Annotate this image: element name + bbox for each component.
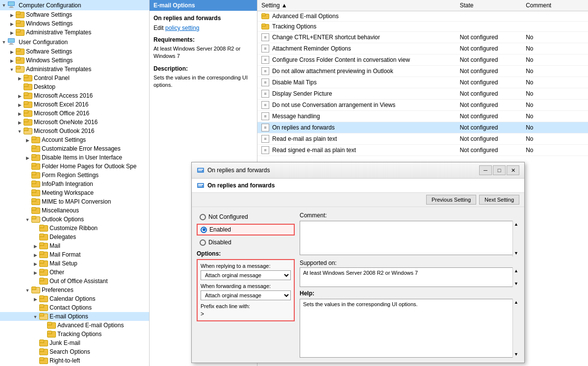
tree-arrow-user-config[interactable] (0, 39, 8, 45)
table-row[interactable]: ≡ Do not allow attachment previewing in … (257, 66, 588, 77)
dialog-close-button[interactable]: ✕ (507, 165, 519, 175)
tree-item-user-config[interactable]: User Configuration (0, 37, 149, 47)
tree-arrow-mail[interactable] (31, 243, 39, 249)
tree-item-meeting-workspace[interactable]: Meeting Workspace (0, 188, 149, 197)
table-row[interactable]: ≡ On replies and forwards Not configured… (257, 122, 588, 133)
tree-item-comp-software[interactable]: Software Settings (0, 10, 149, 19)
tree-item-account-settings[interactable]: Account Settings (0, 135, 149, 144)
tree-item-email-options[interactable]: E-mail Options (0, 312, 149, 321)
policy-link[interactable]: policy setting (165, 25, 199, 31)
table-row[interactable]: ≡ Read signed e-mail as plain text Not c… (257, 145, 588, 156)
tree-item-junk-email[interactable]: Junk E-mail (0, 339, 149, 347)
tree-item-customizable-errors[interactable]: Customizable Error Messages (0, 144, 149, 153)
tree-item-miscellaneous[interactable]: Miscellaneous (0, 206, 149, 215)
tree-arrow-control-panel[interactable] (16, 76, 24, 81)
tree-item-ms-office[interactable]: Microsoft Office 2016 (0, 109, 149, 118)
tree-item-form-region[interactable]: Form Region Settings (0, 171, 149, 180)
table-row[interactable]: Advanced E-mail Options (257, 11, 588, 22)
tree-item-ms-onenote[interactable]: Microsoft OneNote 2016 (0, 118, 149, 127)
dialog-restore-button[interactable]: □ (493, 165, 506, 175)
table-row[interactable]: ≡ Display Sender Picture Not configured … (257, 88, 588, 100)
table-row[interactable]: ≡ Change CTRL+ENTER shortcut behavior No… (257, 32, 588, 43)
tree-item-infopath[interactable]: InfoPath Integration (0, 180, 149, 188)
tree-item-disable-items[interactable]: Disable Items in User Interface (0, 153, 149, 162)
comment-scroll-down[interactable]: ▼ (513, 251, 519, 257)
prev-setting-button[interactable]: Previous Setting (426, 195, 476, 205)
tree-item-right-to-left[interactable]: Right-to-left (0, 356, 149, 365)
radio-disabled[interactable]: Disabled (197, 237, 295, 247)
tree-item-user-admin[interactable]: Administrative Templates (0, 65, 149, 74)
tree-item-preferences[interactable]: Preferences (0, 286, 149, 294)
tree-item-computer-config[interactable]: Computer Configuration (0, 0, 149, 10)
tree-item-mail-format[interactable]: Mail Format (0, 250, 149, 259)
tree-item-advanced-email[interactable]: Advanced E-mail Options (0, 321, 149, 330)
tree-arrow-ms-outlook[interactable] (16, 129, 24, 134)
tree-arrow-ms-access[interactable] (16, 93, 24, 99)
radio-not-configured[interactable]: Not Configured (197, 212, 295, 222)
help-scroll-down[interactable]: ▼ (513, 352, 519, 358)
col-header-state[interactable]: State (456, 0, 522, 11)
tree-item-ms-access[interactable]: Microsoft Access 2016 (0, 91, 149, 100)
tree-arrow-comp-windows[interactable] (8, 21, 16, 26)
tree-item-mail[interactable]: Mail (0, 241, 149, 250)
tree-arrow-preferences[interactable] (24, 288, 31, 293)
replying-select[interactable]: Attach orginal message Do not include or… (201, 270, 291, 280)
table-row[interactable]: Tracking Options (257, 22, 588, 32)
tree-item-ms-outlook[interactable]: Microsoft Outlook 2016 (0, 127, 149, 135)
table-row[interactable]: ≡ Disable Mail Tips Not configured No (257, 77, 588, 88)
tree-item-user-windows[interactable]: Windows Settings (0, 56, 149, 65)
table-row[interactable]: ≡ Attachment Reminder Options Not config… (257, 43, 588, 54)
supported-scroll-down[interactable]: ▼ (513, 281, 519, 287)
tree-item-calendar-options[interactable]: Calendar Options (0, 294, 149, 303)
tree-arrow-comp-admin[interactable] (8, 30, 16, 35)
tree-arrow-other[interactable] (31, 270, 39, 275)
tree-arrow-disable-items[interactable] (24, 155, 31, 160)
col-header-setting[interactable]: Setting ▲ (257, 0, 456, 11)
tree-item-mail-setup[interactable]: Mail Setup (0, 259, 149, 268)
tree-item-delegates[interactable]: Delegates (0, 233, 149, 241)
tree-item-other[interactable]: Other (0, 268, 149, 277)
comment-textarea[interactable] (300, 221, 519, 255)
tree-item-out-of-office[interactable]: Out of Office Assistant (0, 277, 149, 286)
tree-arrow-outlook-options[interactable] (24, 217, 31, 222)
help-scroll-up[interactable]: ▲ (513, 299, 519, 305)
col-header-comment[interactable]: Comment (522, 0, 588, 11)
tree-arrow-comp-software[interactable] (8, 12, 16, 18)
tree-arrow-account-settings[interactable] (24, 137, 31, 143)
tree-arrow-computer-config[interactable] (0, 2, 8, 8)
tree-arrow-ms-office[interactable] (16, 111, 24, 116)
tree-item-mime-mapi[interactable]: MIME to MAPI Conversion (0, 197, 149, 206)
comment-scroll-up[interactable]: ▲ (513, 221, 519, 227)
tree-item-desktop[interactable]: Desktop (0, 82, 149, 91)
tree-item-comp-windows[interactable]: Windows Settings (0, 19, 149, 28)
tree-item-search-options[interactable]: Search Options (0, 347, 149, 356)
tree-item-customize-ribbon[interactable]: Customize Ribbon (0, 224, 149, 233)
tree-item-outlook-options[interactable]: Outlook Options (0, 215, 149, 224)
table-row[interactable]: ≡ Read e-mail as plain text Not configur… (257, 133, 588, 145)
dialog-minimize-button[interactable]: ─ (479, 165, 492, 175)
tree-arrow-mail-format[interactable] (31, 252, 39, 258)
table-row[interactable]: ≡ Do not use Conversation arrangement in… (257, 100, 588, 111)
tree-item-comp-admin[interactable]: Administrative Templates (0, 28, 149, 37)
tree-arrow-email-options[interactable] (31, 314, 39, 319)
forwarding-select[interactable]: Attach orginal message Do not include or… (201, 290, 291, 300)
computer-icon (8, 38, 17, 46)
tree-arrow-user-software[interactable] (8, 49, 16, 54)
tree-item-tracking-options[interactable]: Tracking Options (0, 330, 149, 339)
tree-item-folder-home[interactable]: Folder Home Pages for Outlook Spe (0, 162, 149, 171)
next-setting-button[interactable]: Next Setting (479, 195, 519, 205)
tree-item-control-panel[interactable]: Control Panel (0, 74, 149, 82)
radio-enabled[interactable]: Enabled (197, 224, 295, 235)
tree-arrow-calendar-options[interactable] (31, 296, 39, 302)
table-row[interactable]: ≡ Message handling Not configured No (257, 111, 588, 122)
tree-item-contact-options[interactable]: Contact Options (0, 303, 149, 312)
table-row[interactable]: ≡ Configure Cross Folder Content in conv… (257, 54, 588, 66)
tree-arrow-mail-setup[interactable] (31, 261, 39, 266)
tree-arrow-user-admin[interactable] (8, 67, 16, 72)
tree-arrow-user-windows[interactable] (8, 58, 16, 63)
tree-item-user-software[interactable]: Software Settings (0, 47, 149, 56)
tree-arrow-ms-onenote[interactable] (16, 120, 24, 125)
supported-scroll-up[interactable]: ▲ (513, 267, 519, 273)
tree-item-ms-excel[interactable]: Microsoft Excel 2016 (0, 100, 149, 109)
tree-arrow-ms-excel[interactable] (16, 102, 24, 107)
